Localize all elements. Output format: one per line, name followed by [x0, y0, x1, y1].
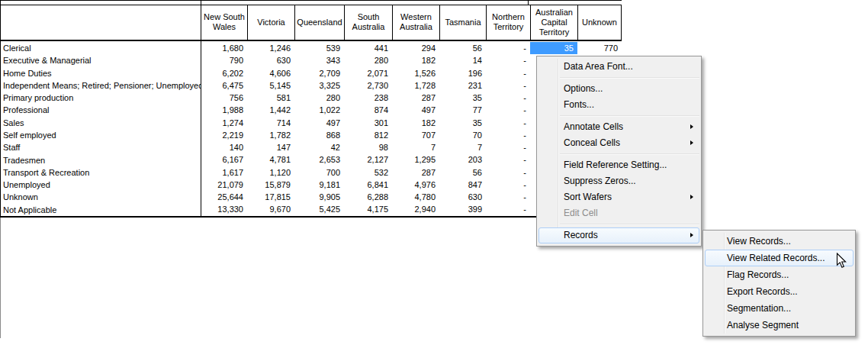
data-cell[interactable]: 35 — [439, 92, 486, 104]
menu-item[interactable]: Export Records... — [705, 283, 854, 300]
data-cell[interactable]: 4,606 — [247, 67, 294, 79]
data-cell[interactable]: 182 — [392, 117, 439, 129]
data-cell[interactable]: 287 — [392, 166, 439, 179]
row-label[interactable]: Not Applicable — [0, 205, 201, 214]
menu-item[interactable]: Annotate Cells — [538, 119, 699, 135]
data-cell[interactable]: 280 — [294, 92, 344, 104]
data-cell[interactable]: 6,475 — [201, 79, 247, 92]
data-cell[interactable]: 6,167 — [201, 153, 247, 166]
data-cell[interactable]: 1,728 — [392, 79, 439, 92]
data-cell[interactable]: 497 — [294, 117, 344, 129]
menu-item[interactable]: Data Area Font... — [538, 59, 699, 75]
data-cell[interactable]: - — [486, 54, 530, 66]
data-cell[interactable]: 441 — [344, 42, 392, 54]
data-cell[interactable]: 56 — [439, 166, 486, 179]
data-cell[interactable]: - — [486, 129, 530, 141]
data-cell[interactable]: - — [486, 191, 530, 203]
data-cell[interactable]: - — [486, 203, 530, 215]
data-cell[interactable]: 1,526 — [392, 67, 439, 79]
data-cell[interactable]: 7 — [392, 141, 439, 153]
data-cell[interactable]: - — [486, 67, 530, 79]
row-label[interactable]: Primary production — [0, 93, 201, 102]
row-label[interactable]: Home Duties — [0, 69, 201, 78]
menu-item[interactable]: Flag Records... — [705, 266, 854, 283]
data-cell[interactable]: 790 — [201, 54, 247, 66]
data-cell[interactable]: 4,781 — [247, 153, 294, 166]
data-cell[interactable]: 301 — [344, 117, 392, 129]
data-cell[interactable]: 1,680 — [201, 42, 247, 54]
data-cell[interactable]: 3,325 — [294, 79, 344, 92]
row-label[interactable]: Unknown — [0, 192, 201, 202]
data-cell[interactable]: 581 — [247, 92, 294, 104]
data-cell[interactable]: 1,782 — [247, 129, 294, 141]
data-cell[interactable]: 497 — [392, 104, 439, 116]
data-cell[interactable]: 196 — [439, 67, 486, 79]
menu-item[interactable]: View Related Records... — [705, 250, 854, 266]
data-cell[interactable]: 4,976 — [392, 179, 439, 191]
data-cell[interactable]: 2,127 — [344, 153, 392, 166]
column-header[interactable]: Tasmania — [439, 5, 486, 40]
menu-item[interactable]: Analyse Segment — [705, 317, 854, 334]
column-header[interactable]: Unknown — [577, 5, 622, 40]
data-cell[interactable]: 6,288 — [344, 191, 392, 203]
data-cell[interactable]: 2,940 — [392, 203, 439, 215]
data-cell[interactable]: 2,730 — [344, 79, 392, 92]
data-cell[interactable]: 42 — [294, 141, 344, 153]
data-cell[interactable]: - — [486, 153, 530, 166]
data-cell[interactable]: 756 — [201, 92, 247, 104]
menu-item[interactable]: Records — [538, 227, 699, 243]
data-cell[interactable]: 21,079 — [201, 179, 247, 191]
data-cell[interactable]: - — [486, 42, 530, 54]
column-header[interactable]: Victoria — [247, 5, 294, 40]
row-label[interactable]: Clerical — [0, 44, 201, 53]
data-cell[interactable]: 847 — [439, 179, 486, 191]
menu-item[interactable]: Segmentation... — [705, 300, 854, 317]
row-label[interactable]: Sales — [0, 118, 201, 127]
data-cell[interactable]: 15,879 — [247, 179, 294, 191]
data-cell[interactable]: 1,022 — [294, 104, 344, 116]
data-cell[interactable]: 2,653 — [294, 153, 344, 166]
data-cell[interactable]: 77 — [439, 104, 486, 116]
data-cell[interactable]: 539 — [294, 42, 344, 54]
data-cell[interactable]: 9,905 — [294, 191, 344, 203]
data-cell[interactable]: 4,780 — [392, 191, 439, 203]
data-cell[interactable]: 9,670 — [247, 203, 294, 215]
data-cell[interactable]: 147 — [247, 141, 294, 153]
data-cell[interactable]: 6,202 — [201, 67, 247, 79]
data-cell[interactable]: 343 — [294, 54, 344, 66]
data-cell[interactable]: 1,274 — [201, 117, 247, 129]
data-cell[interactable]: 35 — [439, 117, 486, 129]
row-label[interactable]: Staff — [0, 143, 201, 152]
data-cell[interactable]: 70 — [439, 129, 486, 141]
data-cell[interactable]: 700 — [294, 166, 344, 179]
column-header[interactable]: Australian Capital Territory — [530, 5, 577, 40]
menu-item[interactable]: Options... — [538, 81, 699, 97]
row-label[interactable]: Unemployed — [0, 180, 201, 189]
data-cell[interactable]: 231 — [439, 79, 486, 92]
data-cell[interactable]: 182 — [392, 54, 439, 66]
data-cell[interactable]: 56 — [439, 42, 486, 54]
data-cell[interactable]: 532 — [344, 166, 392, 179]
column-header[interactable]: Queensland — [294, 5, 344, 40]
data-cell[interactable]: - — [486, 79, 530, 92]
data-cell[interactable]: 98 — [344, 141, 392, 153]
menu-item[interactable]: View Records... — [705, 233, 854, 250]
data-cell[interactable]: 17,815 — [247, 191, 294, 203]
data-cell[interactable]: 812 — [344, 129, 392, 141]
column-header[interactable]: Western Australia — [392, 5, 439, 40]
data-cell[interactable]: 714 — [247, 117, 294, 129]
row-label[interactable]: Independent Means; Retired; Pensioner; U… — [0, 81, 201, 90]
row-label[interactable]: Transport & Recreation — [0, 168, 201, 177]
data-cell[interactable]: - — [486, 92, 530, 104]
data-cell[interactable]: - — [486, 166, 530, 179]
data-cell[interactable]: 140 — [201, 141, 247, 153]
data-cell[interactable]: - — [486, 179, 530, 191]
data-cell[interactable]: 1,246 — [247, 42, 294, 54]
data-cell[interactable]: 9,181 — [294, 179, 344, 191]
data-cell[interactable]: 280 — [344, 54, 392, 66]
menu-item[interactable]: Field Reference Setting... — [538, 157, 699, 173]
row-label[interactable]: Professional — [0, 105, 201, 114]
data-cell[interactable]: 238 — [344, 92, 392, 104]
data-cell[interactable]: 2,071 — [344, 67, 392, 79]
data-cell[interactable]: 630 — [247, 54, 294, 66]
